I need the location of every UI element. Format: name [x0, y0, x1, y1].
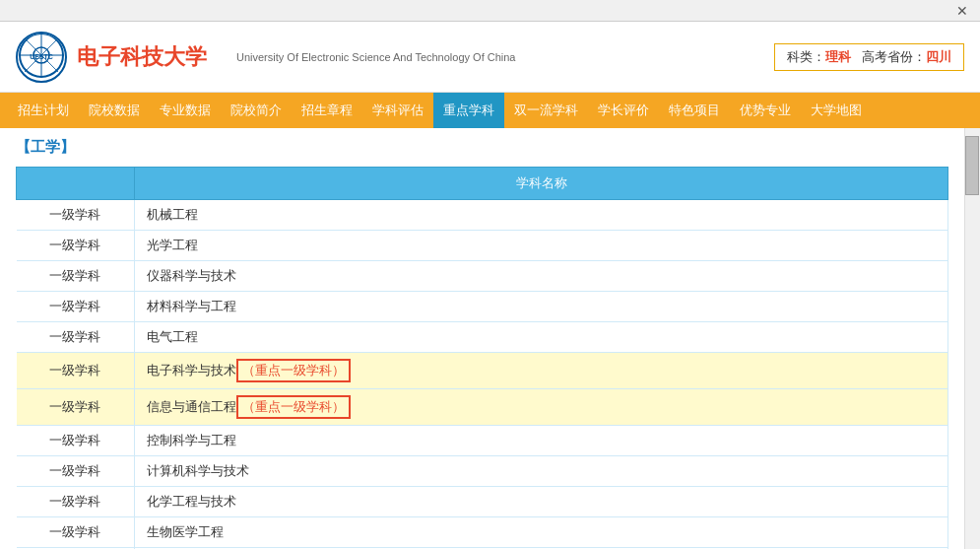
row-type: 一级学科 [17, 292, 135, 322]
row-name: 仪器科学与技术 [135, 261, 948, 292]
province: 四川 [926, 49, 951, 64]
row-name: 电子科学与技术（重点一级学科） [135, 353, 948, 389]
row-type: 一级学科 [17, 487, 135, 517]
nav-item-招生计划[interactable]: 招生计划 [8, 93, 79, 128]
nav-item-招生章程[interactable]: 招生章程 [292, 93, 362, 128]
row-name: 控制科学与工程 [135, 426, 948, 456]
row-name: 生物医学工程 [135, 517, 948, 548]
row-type: 一级学科 [17, 200, 135, 231]
row-type: 一级学科 [17, 322, 135, 353]
col-name-header: 学科名称 [135, 168, 948, 200]
table-row: 一级学科 材料科学与工程 [17, 292, 948, 322]
row-type: 一级学科 [17, 517, 135, 548]
nav-item-大学地图[interactable]: 大学地图 [801, 93, 872, 128]
table-row: 一级学科 计算机科学与技术 [17, 456, 948, 487]
row-name: 材料科学与工程 [135, 292, 948, 322]
row-name: 电气工程 [135, 322, 948, 353]
row-type: 一级学科 [17, 389, 135, 426]
nav-item-院校数据[interactable]: 院校数据 [79, 93, 150, 128]
header-badge: 科类：理科 高考省份：四川 [774, 43, 964, 71]
row-name: 机械工程 [135, 200, 948, 231]
nav-bar: 招生计划 院校数据 专业数据 院校简介 招生章程 学科评估 重点学科 双一流学科… [0, 93, 980, 128]
close-button[interactable]: ✕ [950, 1, 974, 21]
section-title: 【工学】 [16, 138, 948, 157]
col-type-header [17, 168, 135, 200]
row-type: 一级学科 [17, 353, 135, 389]
highlight-badge: （重点一级学科） [236, 359, 351, 382]
highlight-badge: （重点一级学科） [236, 395, 351, 419]
scrollbar[interactable] [964, 128, 980, 549]
svg-text:UESTC: UESTC [30, 53, 53, 60]
table-row: 一级学科 生物医学工程 [17, 517, 948, 548]
logo-area: UESTC 电子科技大学 [16, 32, 207, 83]
nav-item-学科评估[interactable]: 学科评估 [362, 93, 433, 128]
logo-icon: UESTC [16, 32, 67, 83]
row-type: 一级学科 [17, 426, 135, 456]
table-row-highlight: 一级学科 电子科学与技术（重点一级学科） [17, 353, 948, 389]
content-area[interactable]: 【工学】 学科名称 一级学科 机械工程 一级学科 光学工程 一级学科 [0, 128, 964, 549]
table-row-highlight: 一级学科 信息与通信工程（重点一级学科） [17, 389, 948, 426]
nav-item-专业数据[interactable]: 专业数据 [150, 93, 221, 128]
row-name: 化学工程与技术 [135, 487, 948, 517]
nav-item-特色项目[interactable]: 特色项目 [659, 93, 730, 128]
table-row: 一级学科 仪器科学与技术 [17, 261, 948, 292]
table-row: 一级学科 机械工程 [17, 200, 948, 231]
subjects-table: 学科名称 一级学科 机械工程 一级学科 光学工程 一级学科 仪器科学与技术 一级… [16, 167, 948, 549]
nav-item-学长评价[interactable]: 学长评价 [588, 93, 659, 128]
row-type: 一级学科 [17, 456, 135, 487]
nav-item-重点学科[interactable]: 重点学科 [433, 93, 504, 128]
table-row: 一级学科 化学工程与技术 [17, 487, 948, 517]
ke-type: 理科 [825, 49, 851, 64]
table-row: 一级学科 控制科学与工程 [17, 426, 948, 456]
university-name-en: University Of Electronic Science And Tec… [227, 51, 774, 63]
nav-item-院校简介[interactable]: 院校简介 [221, 93, 292, 128]
header: UESTC 电子科技大学 University Of Electronic Sc… [0, 22, 980, 93]
nav-item-双一流学科[interactable]: 双一流学科 [504, 93, 588, 128]
table-row: 一级学科 光学工程 [17, 231, 948, 261]
table-row: 一级学科 电气工程 [17, 322, 948, 353]
main-content: 【工学】 学科名称 一级学科 机械工程 一级学科 光学工程 一级学科 [0, 128, 980, 549]
row-name: 计算机科学与技术 [135, 456, 948, 487]
row-type: 一级学科 [17, 231, 135, 261]
title-bar: ✕ [0, 0, 980, 22]
row-name: 光学工程 [135, 231, 948, 261]
row-name: 信息与通信工程（重点一级学科） [135, 389, 948, 426]
nav-item-优势专业[interactable]: 优势专业 [730, 93, 801, 128]
row-type: 一级学科 [17, 261, 135, 292]
scrollbar-thumb[interactable] [965, 136, 979, 195]
university-name-zh: 电子科技大学 [77, 42, 207, 72]
